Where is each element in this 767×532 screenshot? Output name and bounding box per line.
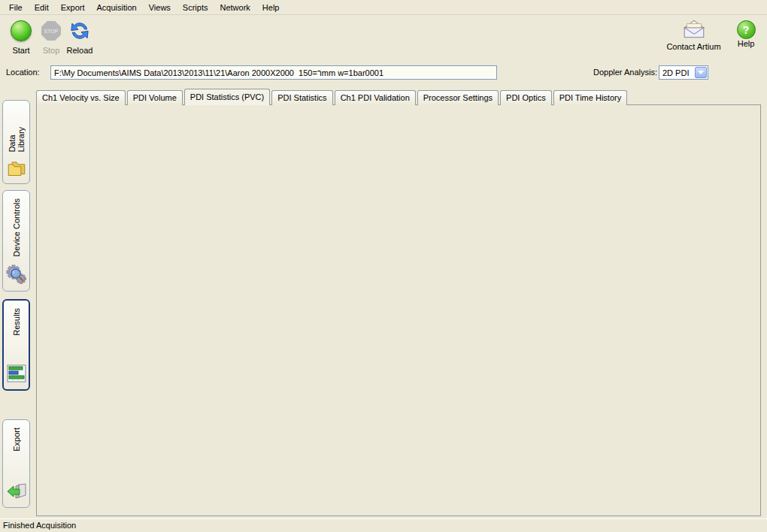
tab-pdi-volume[interactable]: PDI Volume [127, 90, 183, 105]
menu-item-views[interactable]: Views [143, 1, 177, 14]
menu-item-file[interactable]: File [3, 1, 29, 14]
tab-pdi-optics[interactable]: PDI Optics [500, 90, 552, 105]
gear-magnifier-icon [6, 264, 27, 285]
status-text: Finished Acquisition [3, 521, 76, 530]
export-arrow-icon [6, 482, 27, 501]
reload-button[interactable]: Reload [59, 18, 101, 55]
tab-page [36, 104, 761, 516]
results-chart-icon [6, 364, 27, 383]
contact-artium-button[interactable]: Contact Artium [662, 18, 726, 51]
envelope-icon [681, 18, 707, 41]
tab-ch1-pdi-validation[interactable]: Ch1 PDI Validation [335, 90, 416, 105]
tab-pdi-time-history[interactable]: PDI Time History [553, 90, 628, 105]
doppler-analysis-select[interactable]: 2D PDI [659, 65, 708, 80]
tab-pdi-statistics-pvc[interactable]: PDI Statistics (PVC) [184, 89, 270, 105]
tab-strip: Ch1 Velocity vs. SizePDI VolumePDI Stati… [36, 89, 629, 105]
sidebar-item-device-controls[interactable]: Device Controls [2, 190, 30, 292]
reload-icon [68, 20, 91, 42]
location-label: Location: [6, 68, 40, 77]
menu-item-scripts[interactable]: Scripts [177, 1, 214, 14]
chevron-down-icon [695, 67, 707, 78]
contact-artium-label: Contact Artium [662, 42, 726, 51]
start-icon [11, 20, 32, 41]
reload-label: Reload [59, 46, 101, 55]
status-bar: Finished Acquisition [0, 518, 767, 532]
help-button[interactable]: ? Help [731, 18, 761, 48]
tab-processor-settings[interactable]: Processor Settings [417, 90, 499, 105]
menu-item-export[interactable]: Export [55, 1, 91, 14]
menu-item-help[interactable]: Help [256, 1, 286, 14]
help-icon: ? [737, 20, 756, 39]
toolbar: Start STOP Stop Reload Contact Artium ? … [0, 15, 767, 62]
help-label: Help [731, 39, 761, 48]
sidebar-item-export[interactable]: Export [2, 419, 30, 508]
tab-pdi-statistics[interactable]: PDI Statistics [271, 90, 332, 105]
doppler-analysis-label: Doppler Analysis: [593, 68, 657, 77]
tab-ch1-velocity-vs-size[interactable]: Ch1 Velocity vs. Size [36, 90, 126, 105]
sidebar-item-results[interactable]: Results [2, 299, 30, 391]
sidebar-item-data-library[interactable]: Data Library [2, 100, 30, 184]
location-input[interactable] [50, 65, 497, 80]
menu-bar: FileEditExportAcquisitionViewsScriptsNet… [0, 0, 767, 15]
menu-item-acquisition[interactable]: Acquisition [91, 1, 143, 14]
menu-item-network[interactable]: Network [214, 1, 256, 14]
location-bar: Location: Doppler Analysis: 2D PDI [0, 63, 767, 83]
menu-item-edit[interactable]: Edit [29, 1, 55, 14]
folder-icon [6, 159, 27, 177]
doppler-analysis-value: 2D PDI [659, 68, 694, 77]
